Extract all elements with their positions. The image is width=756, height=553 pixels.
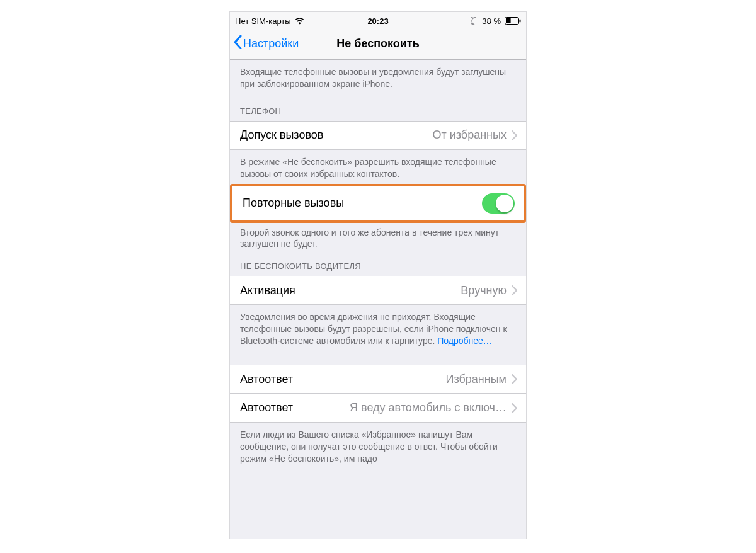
repeat-calls-description: Второй звонок одного и того же абонента … (230, 220, 526, 257)
repeat-calls-row[interactable]: Повторные вызовы (232, 186, 524, 220)
chevron-right-icon (512, 374, 517, 384)
repeat-calls-label: Повторные вызовы (243, 197, 344, 210)
chevron-left-icon (234, 35, 242, 52)
battery-percent: 38 % (482, 16, 501, 26)
status-bar: Нет SIM-карты 20:23 38 % (230, 12, 526, 28)
chevron-right-icon (512, 130, 517, 140)
phone-screen: Нет SIM-карты 20:23 38 % (229, 11, 527, 539)
autoreply-to-label: Автоответ (240, 373, 293, 386)
settings-content[interactable]: Входящие телефонные вызовы и уведомления… (230, 60, 526, 539)
chevron-right-icon (512, 285, 517, 295)
repeat-calls-toggle[interactable] (482, 193, 515, 214)
back-label: Настройки (243, 37, 299, 50)
back-button[interactable]: Настройки (234, 35, 299, 52)
learn-more-link[interactable]: Подробнее… (437, 336, 492, 346)
autoreply-message-row[interactable]: Автоответ Я веду автомобиль с включ… (230, 394, 526, 423)
highlight-repeat-calls: Повторные вызовы (230, 184, 526, 223)
wifi-icon (295, 17, 304, 25)
section-header-phone: ТЕЛЕФОН (230, 96, 526, 121)
autoreply-description: Если люди из Вашего списка «Избранное» н… (230, 423, 526, 471)
allow-calls-row[interactable]: Допуск вызовов От избранных (230, 121, 526, 150)
autoreply-message-label: Автоответ (240, 401, 293, 414)
carrier-text: Нет SIM-карты (235, 16, 291, 26)
top-description: Входящие телефонные вызовы и уведомления… (230, 60, 526, 96)
moon-icon (471, 17, 478, 25)
activation-value: Вручную (461, 284, 507, 297)
activation-description: Уведомления во время движения не приходя… (230, 305, 526, 353)
chevron-right-icon (512, 403, 517, 413)
nav-bar: Настройки Не беспокоить (230, 28, 526, 60)
section-header-driving: НЕ БЕСПОКОИТЬ ВОДИТЕЛЯ (230, 256, 526, 276)
allow-calls-value: От избранных (432, 128, 507, 142)
autoreply-to-value: Избранным (445, 373, 507, 386)
activation-label: Активация (240, 284, 295, 297)
svg-rect-2 (506, 18, 511, 23)
toggle-knob (496, 195, 513, 212)
allow-calls-description: В режиме «Не беспокоить» разрешить входя… (230, 150, 526, 186)
autoreply-message-value: Я веду автомобиль с включ… (350, 401, 507, 414)
battery-icon (505, 17, 521, 25)
autoreply-to-row[interactable]: Автоответ Избранным (230, 365, 526, 394)
activation-row[interactable]: Активация Вручную (230, 276, 526, 305)
svg-rect-1 (520, 20, 521, 23)
allow-calls-label: Допуск вызовов (240, 128, 323, 142)
